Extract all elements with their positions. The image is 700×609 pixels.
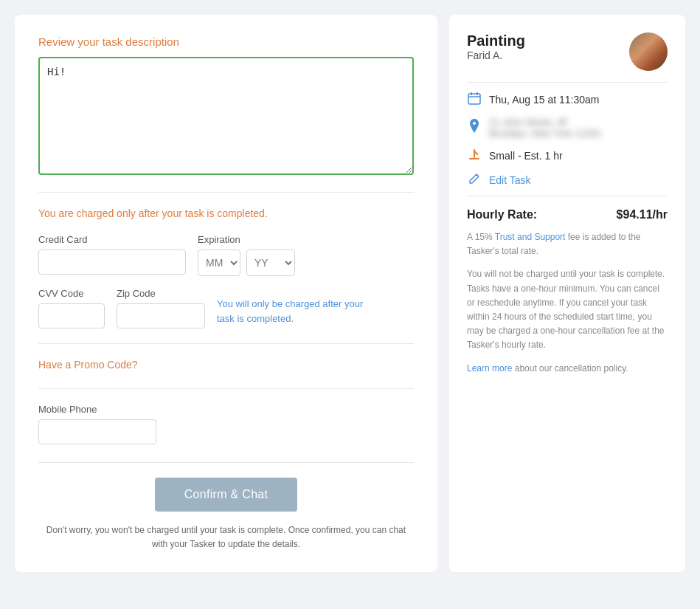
calendar-icon (467, 92, 482, 108)
edit-task-row[interactable]: Edit Task (467, 173, 668, 187)
address-text: 21 John Street, 3FBrooklyn, New York 112… (489, 117, 601, 139)
task-description-label: Review your task description (38, 35, 414, 48)
edit-task-link[interactable]: Edit Task (489, 174, 531, 186)
edit-icon (467, 173, 482, 187)
svg-rect-1 (471, 92, 472, 95)
svg-rect-0 (468, 94, 480, 104)
task-title: Painting (467, 32, 525, 49)
svg-point-3 (473, 122, 476, 125)
right-panel: Painting Farid A. Thu, Aug 15 at 11:30am (449, 15, 685, 572)
divider-1 (38, 192, 414, 193)
policy-notice: You will not be charged until your task … (467, 267, 668, 352)
divider-2 (38, 343, 414, 344)
hourly-rate-value: $94.11/hr (617, 208, 668, 221)
hourly-rate-label: Hourly Rate: (467, 208, 537, 221)
charge-notice: You are charged only after your task is … (38, 207, 414, 219)
expiration-label: Expiration (198, 234, 295, 245)
fee-notice: A 15% Trust and Support fee is added to … (467, 230, 668, 258)
charge-note: You will only be charged after your task… (217, 297, 379, 328)
tasker-avatar (629, 32, 668, 71)
expiration-year-select[interactable]: YY 202420252026 202720282029 (246, 250, 295, 276)
credit-card-input[interactable] (38, 250, 186, 275)
task-size-icon (467, 148, 482, 164)
promo-code-link[interactable]: Have a Promo Code? (38, 359, 138, 371)
date-time-text: Thu, Aug 15 at 11:30am (489, 94, 599, 106)
divider-3 (38, 388, 414, 389)
divider-4 (38, 462, 414, 463)
zip-label: Zip Code (117, 288, 205, 299)
address-row: 21 John Street, 3FBrooklyn, New York 112… (467, 117, 668, 139)
credit-card-label: Credit Card (38, 234, 186, 245)
expiration-month-select[interactable]: MM 010203 040506 070809 101112 (198, 250, 240, 276)
date-time-row: Thu, Aug 15 at 11:30am (467, 92, 668, 108)
learn-more-link[interactable]: Learn more (467, 363, 512, 374)
cvv-label: CVV Code (38, 288, 105, 299)
confirm-chat-button[interactable]: Confirm & Chat (155, 478, 298, 512)
tasker-name: Farid A. (467, 49, 525, 61)
trust-support-link[interactable]: Trust and Support (495, 232, 566, 242)
task-size-row: Small - Est. 1 hr (467, 148, 668, 164)
learn-more-row: Learn more about our cancellation policy… (467, 362, 668, 376)
task-size-text: Small - Est. 1 hr (489, 150, 563, 162)
svg-rect-4 (469, 158, 479, 159)
task-description-textarea[interactable]: Hi! (38, 57, 414, 175)
phone-input[interactable] (38, 419, 156, 444)
svg-rect-2 (477, 92, 478, 95)
right-divider-2 (467, 196, 668, 196)
phone-label: Mobile Phone (38, 404, 414, 415)
right-divider-1 (467, 82, 668, 83)
cvv-input[interactable] (38, 303, 105, 328)
location-icon (467, 119, 482, 137)
tasker-header: Painting Farid A. (467, 32, 668, 73)
hourly-rate-row: Hourly Rate: $94.11/hr (467, 208, 668, 221)
left-panel: Review your task description Hi! You are… (15, 15, 437, 572)
confirm-footnote: Don't worry, you won't be charged until … (38, 523, 414, 551)
zip-input[interactable] (117, 303, 205, 328)
learn-more-suffix: about our cancellation policy. (512, 363, 628, 374)
